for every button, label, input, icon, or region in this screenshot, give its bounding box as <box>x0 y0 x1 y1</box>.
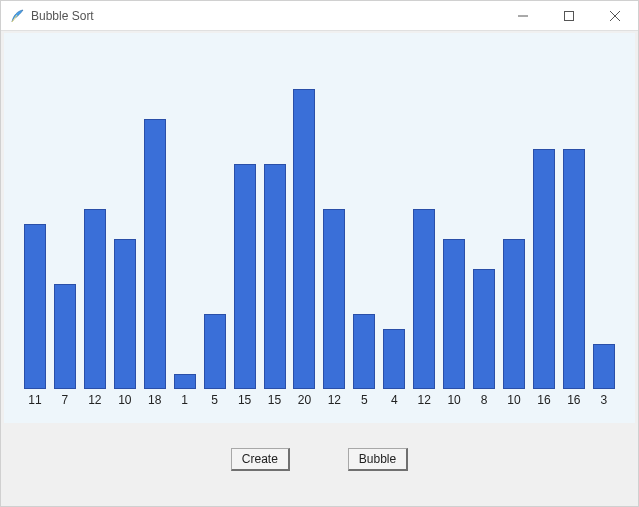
bar-label: 1 <box>171 393 199 407</box>
bar-item: 20 <box>293 89 315 389</box>
bar-label: 18 <box>141 393 169 407</box>
bubble-button[interactable]: Bubble <box>348 448 408 471</box>
bar <box>174 374 196 389</box>
feather-icon <box>9 8 25 24</box>
bar <box>24 224 46 389</box>
bar <box>144 119 166 389</box>
bar <box>563 149 585 389</box>
bar <box>204 314 226 389</box>
bar-item: 18 <box>144 119 166 389</box>
bar <box>353 314 375 389</box>
bar-label: 16 <box>530 393 558 407</box>
maximize-button[interactable] <box>546 1 592 31</box>
bar-item: 10 <box>503 239 525 389</box>
bar <box>234 164 256 389</box>
bar-container: 117121018151515201254121081016163 <box>4 59 635 389</box>
svg-rect-1 <box>565 11 574 20</box>
bar <box>593 344 615 389</box>
bar-label: 20 <box>290 393 318 407</box>
bar <box>323 209 345 389</box>
bar <box>383 329 405 389</box>
bar-label: 15 <box>261 393 289 407</box>
bar-label: 5 <box>350 393 378 407</box>
bar-item: 15 <box>234 164 256 389</box>
bar-label: 10 <box>500 393 528 407</box>
bar-label: 11 <box>21 393 49 407</box>
bar-item: 5 <box>204 314 226 389</box>
bar-item: 10 <box>114 239 136 389</box>
bar <box>114 239 136 389</box>
chart-canvas: 117121018151515201254121081016163 <box>4 33 635 423</box>
bar-label: 7 <box>51 393 79 407</box>
bar-item: 12 <box>413 209 435 389</box>
bar <box>264 164 286 389</box>
bar <box>54 284 76 389</box>
bar-item: 12 <box>323 209 345 389</box>
bar-item: 12 <box>84 209 106 389</box>
bar-item: 8 <box>473 269 495 389</box>
bar-label: 10 <box>440 393 468 407</box>
bar-label: 12 <box>410 393 438 407</box>
bar-item: 16 <box>533 149 555 389</box>
bar <box>84 209 106 389</box>
button-row: Create Bubble <box>0 448 639 471</box>
bar-label: 12 <box>320 393 348 407</box>
bar-label: 4 <box>380 393 408 407</box>
bar-item: 5 <box>353 314 375 389</box>
bar-item: 10 <box>443 239 465 389</box>
bar-item: 15 <box>264 164 286 389</box>
bar-label: 3 <box>590 393 618 407</box>
bar-item: 7 <box>54 284 76 389</box>
create-button[interactable]: Create <box>231 448 290 471</box>
bar <box>443 239 465 389</box>
bar-label: 12 <box>81 393 109 407</box>
bar-label: 5 <box>201 393 229 407</box>
bar-item: 16 <box>563 149 585 389</box>
bar-label: 15 <box>231 393 259 407</box>
bar <box>473 269 495 389</box>
window-title: Bubble Sort <box>31 9 94 23</box>
bar <box>503 239 525 389</box>
window-titlebar: Bubble Sort <box>1 1 638 31</box>
bar-label: 16 <box>560 393 588 407</box>
bar-item: 4 <box>383 329 405 389</box>
bar-item: 11 <box>24 224 46 389</box>
bar-label: 8 <box>470 393 498 407</box>
bar <box>293 89 315 389</box>
bar-label: 10 <box>111 393 139 407</box>
bar-item: 3 <box>593 344 615 389</box>
bar <box>533 149 555 389</box>
bar <box>413 209 435 389</box>
bar-item: 1 <box>174 374 196 389</box>
minimize-button[interactable] <box>500 1 546 31</box>
close-button[interactable] <box>592 1 638 31</box>
